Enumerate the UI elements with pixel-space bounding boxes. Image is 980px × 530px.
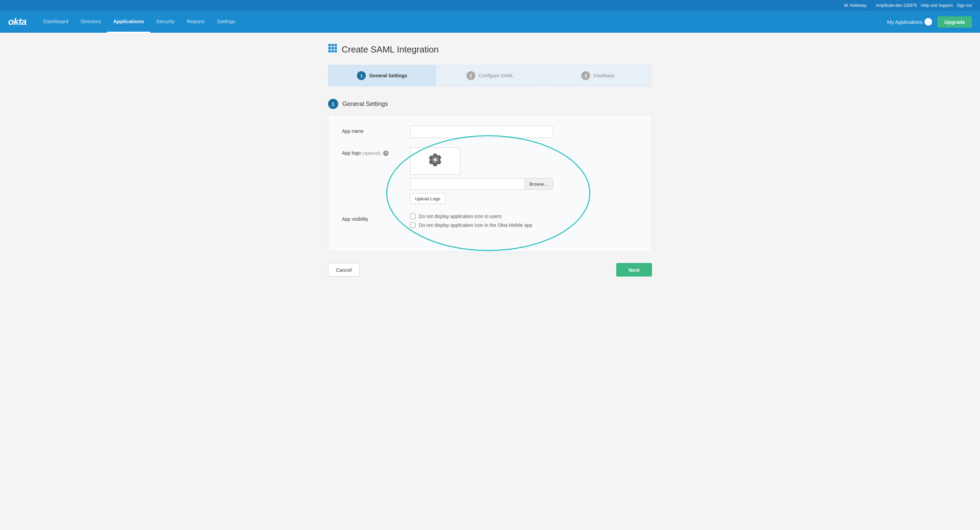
nav-security[interactable]: Security: [150, 11, 181, 33]
step-3-number: 3: [581, 71, 590, 80]
svg-rect-6: [328, 50, 331, 53]
next-button[interactable]: Next: [616, 263, 652, 276]
file-input-row: Browse...: [410, 178, 553, 190]
step-2: 2 Configure SAML: [436, 65, 544, 86]
nav-right: My Applications → Upgrade: [887, 16, 972, 27]
app-logo-row: App logo (optional) ? Browse...: [342, 147, 638, 204]
svg-rect-8: [334, 50, 337, 53]
upload-logo-button[interactable]: Upload Logo: [410, 193, 445, 204]
cancel-button[interactable]: Cancel: [328, 263, 360, 276]
bottom-actions: Cancel Next: [328, 263, 652, 276]
visibility-checkbox-1[interactable]: [410, 214, 415, 219]
step-1: 1 General Settings: [328, 65, 436, 86]
nav-settings[interactable]: Settings: [211, 11, 242, 33]
file-path-input[interactable]: [410, 178, 524, 190]
browse-button[interactable]: Browse...: [524, 178, 553, 190]
separator-dot: ·: [870, 3, 872, 8]
page-title: Create SAML Integration: [342, 44, 439, 55]
section-title: General Settings: [342, 101, 388, 108]
app-visibility-label: App visibility: [342, 214, 410, 222]
svg-rect-4: [331, 47, 334, 49]
my-applications-arrow-icon: →: [924, 18, 932, 26]
grid-icon: [328, 44, 337, 55]
visibility-option-1-row: Do not display application icon to users: [410, 214, 638, 219]
nav-dashboard[interactable]: Dashboard: [37, 11, 75, 33]
svg-rect-7: [331, 50, 334, 53]
visibility-checkbox-2[interactable]: [410, 222, 415, 228]
my-applications-link[interactable]: My Applications →: [887, 18, 932, 26]
app-name-label: App name: [342, 126, 410, 134]
page-content: Create SAML Integration 1 General Settin…: [320, 33, 660, 287]
app-logo-control: Browse... Upload Logo: [410, 147, 638, 204]
okta-logo: okta: [8, 16, 27, 27]
form-card: App name App logo (optional) ?: [328, 115, 652, 252]
svg-rect-0: [328, 44, 331, 46]
app-name-control: [410, 126, 638, 138]
optional-text: (optional): [362, 150, 380, 156]
signout-link[interactable]: Sign out: [957, 3, 972, 8]
nav-reports[interactable]: Reports: [181, 11, 211, 33]
step-2-label: Configure SAML: [479, 73, 514, 78]
step-3: 3 Feedback: [544, 65, 652, 86]
app-visibility-control: Do not display application icon to users…: [410, 214, 638, 231]
page-title-row: Create SAML Integration: [328, 44, 652, 55]
app-visibility-row: App visibility Do not display applicatio…: [342, 214, 638, 231]
visibility-option-2-label: Do not display application icon in the O…: [419, 222, 532, 228]
nav-directory[interactable]: Directory: [75, 11, 107, 33]
app-logo-label: App logo (optional) ?: [342, 147, 410, 156]
step-1-number: 1: [357, 71, 366, 80]
svg-rect-5: [334, 47, 337, 49]
logo-preview-box: [410, 147, 460, 175]
visibility-option-2-row: Do not display application icon in the O…: [410, 222, 638, 228]
step-2-number: 2: [466, 71, 476, 80]
gear-placeholder-icon: [428, 153, 442, 170]
upgrade-button[interactable]: Upgrade: [937, 16, 972, 27]
section-header: 1 General Settings: [328, 99, 652, 109]
help-link[interactable]: Help and Support: [921, 3, 953, 8]
svg-rect-3: [328, 47, 331, 49]
visibility-option-1-label: Do not display application icon to users: [419, 214, 501, 219]
org-name: Amplitude-dev-126976: [876, 3, 917, 8]
section-number: 1: [328, 99, 338, 109]
main-nav: okta Dashboard Directory Applications Se…: [0, 11, 980, 33]
svg-rect-2: [334, 44, 337, 46]
help-icon[interactable]: ?: [383, 150, 388, 156]
user-name: W. Holloway: [844, 3, 866, 8]
top-bar: W. Holloway · Amplitude-dev-126976 Help …: [0, 0, 980, 11]
step-1-label: General Settings: [369, 73, 407, 78]
nav-links: Dashboard Directory Applications Securit…: [37, 11, 887, 33]
app-name-input[interactable]: [410, 126, 553, 138]
app-name-row: App name: [342, 126, 638, 138]
nav-applications[interactable]: Applications: [107, 11, 150, 33]
steps-bar: 1 General Settings 2 Configure SAML 3 Fe…: [328, 65, 652, 86]
step-3-label: Feedback: [593, 73, 614, 78]
svg-rect-1: [331, 44, 334, 46]
